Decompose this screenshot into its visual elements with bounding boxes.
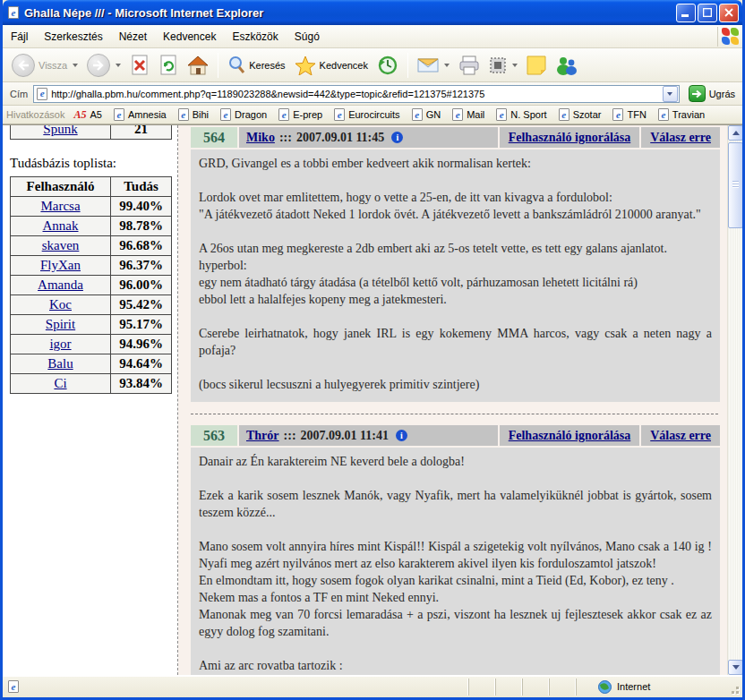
status-message-area: e — [4, 679, 468, 696]
toplist-table: Felhasználó Tudás Marcsa99.40% Annak98.7… — [10, 176, 172, 394]
minimize-button[interactable] — [676, 4, 696, 22]
info-icon[interactable]: i — [396, 430, 407, 441]
menu-view[interactable]: Nézet — [111, 27, 155, 47]
vertical-scrollbar[interactable] — [727, 125, 742, 675]
link-mail[interactable]: eMail — [452, 108, 484, 121]
stop-button[interactable] — [126, 51, 153, 80]
status-segment — [549, 679, 576, 696]
user-link[interactable]: FlyXan — [40, 258, 81, 272]
security-zone: Internet — [576, 679, 728, 696]
forward-dropdown-icon[interactable] — [116, 64, 121, 67]
link-tfn[interactable]: eTFN — [612, 108, 646, 121]
address-bar: Cím e Ugrás — [3, 82, 742, 106]
mail-dropdown-icon[interactable] — [444, 64, 450, 67]
menu-file[interactable]: Fájl — [3, 27, 36, 47]
note-icon — [527, 55, 546, 75]
score-value: 96.00% — [119, 277, 163, 292]
arrow-down-icon — [732, 665, 740, 670]
user-link[interactable]: Amanda — [38, 277, 83, 292]
link-e-prep[interactable]: eE-prep — [278, 108, 322, 121]
link-gn[interactable]: eGN — [412, 108, 441, 121]
address-combo: e — [33, 85, 679, 103]
go-button[interactable]: Ugrás — [685, 84, 739, 103]
favorites-button[interactable]: Kedvencek — [291, 51, 372, 80]
user-link[interactable]: Spirit — [46, 317, 75, 331]
print-button[interactable] — [455, 51, 484, 80]
ignore-user-link[interactable]: Felhasználó ignorálása — [500, 425, 640, 446]
table-row: Marcsa99.40% — [11, 197, 172, 217]
score-value: 94.96% — [119, 337, 163, 351]
user-link[interactable]: skaven — [42, 238, 80, 252]
menu-help[interactable]: Súgó — [287, 27, 328, 47]
search-label: Keresés — [249, 60, 285, 71]
title-bar: e Ghalla Népe /// - Microsoft Internet E… — [3, 0, 742, 25]
home-icon — [187, 55, 209, 75]
address-dropdown-button[interactable] — [663, 86, 678, 102]
address-input[interactable] — [51, 89, 662, 99]
link-n-sport[interactable]: eN. Sport — [496, 108, 546, 121]
user-link[interactable]: Annak — [43, 218, 79, 233]
scroll-down-button[interactable] — [728, 660, 742, 675]
link-szotar[interactable]: eSzotar — [559, 108, 602, 121]
go-arrow-icon — [689, 85, 706, 102]
stop-icon — [130, 55, 150, 76]
post-number: 563 — [191, 425, 237, 446]
menu-tools[interactable]: Eszközök — [224, 27, 286, 47]
user-link-spunk[interactable]: Spunk — [43, 125, 77, 136]
score-value: 96.37% — [119, 258, 163, 272]
forward-button[interactable] — [83, 51, 124, 80]
chevron-down-icon — [667, 92, 672, 96]
back-dropdown-icon[interactable] — [73, 64, 78, 67]
table-row: FlyXan96.37% — [11, 256, 172, 276]
discuss-button[interactable] — [523, 51, 550, 80]
table-row: Spunk 21 — [11, 125, 172, 140]
author-link[interactable]: Thrór — [246, 429, 279, 443]
reply-link[interactable]: Válasz erre — [641, 425, 720, 446]
search-button[interactable]: Keresés — [224, 51, 288, 80]
user-link[interactable]: igor — [49, 337, 71, 351]
scroll-up-button[interactable] — [728, 125, 742, 141]
table-row: Koc95.42% — [11, 295, 172, 315]
column-header-score: Tudás — [111, 177, 172, 197]
messenger-button[interactable] — [552, 51, 582, 80]
link-eurocircuits[interactable]: eEurocircuits — [334, 108, 399, 121]
user-link[interactable]: Ci — [54, 376, 66, 390]
link-a5[interactable]: A5 A5 — [73, 108, 101, 122]
edit-dropdown-icon[interactable] — [512, 64, 518, 67]
close-icon — [724, 8, 733, 17]
maximize-button[interactable] — [698, 4, 717, 22]
refresh-button[interactable] — [155, 51, 182, 80]
history-button[interactable] — [373, 51, 402, 80]
link-bihi[interactable]: eBihi — [178, 108, 209, 121]
back-button[interactable]: Vissza — [8, 51, 81, 80]
link-amnesia[interactable]: eAmnesia — [114, 108, 167, 121]
table-row: Amanda96.00% — [11, 276, 172, 295]
go-label: Ugrás — [709, 89, 735, 99]
link-travian[interactable]: eTravian — [658, 108, 705, 121]
scrollbar-thumb[interactable] — [728, 142, 742, 228]
status-segment — [468, 679, 495, 696]
ie-page-icon: e — [114, 108, 124, 121]
ie-page-icon: e — [496, 108, 507, 121]
user-link[interactable]: Koc — [49, 297, 72, 312]
status-bar: e Internet — [3, 675, 742, 697]
table-row: Spirit95.17% — [11, 315, 172, 335]
close-button[interactable] — [719, 4, 739, 22]
menu-favorites[interactable]: Kedvencek — [155, 27, 224, 47]
reply-link[interactable]: Válasz erre — [641, 127, 720, 148]
browser-window: e Ghalla Népe /// - Microsoft Internet E… — [0, 0, 745, 700]
edit-button[interactable] — [485, 51, 521, 80]
menu-edit[interactable]: Szerkesztés — [36, 27, 110, 47]
info-icon[interactable]: i — [391, 132, 403, 143]
resize-grip[interactable] — [728, 679, 741, 696]
user-link[interactable]: Balu — [47, 356, 73, 371]
post-timestamp: 2007.09.01 11:41 — [301, 429, 389, 443]
mail-button[interactable] — [414, 51, 453, 80]
ignore-user-link[interactable]: Felhasználó ignorálása — [500, 127, 640, 148]
user-link[interactable]: Marcsa — [40, 199, 80, 213]
author-link[interactable]: Miko — [246, 131, 275, 145]
arrow-up-icon — [732, 131, 740, 135]
ie-page-icon: e — [452, 108, 463, 121]
home-button[interactable] — [184, 51, 212, 80]
link-dragon[interactable]: eDragon — [220, 108, 267, 121]
